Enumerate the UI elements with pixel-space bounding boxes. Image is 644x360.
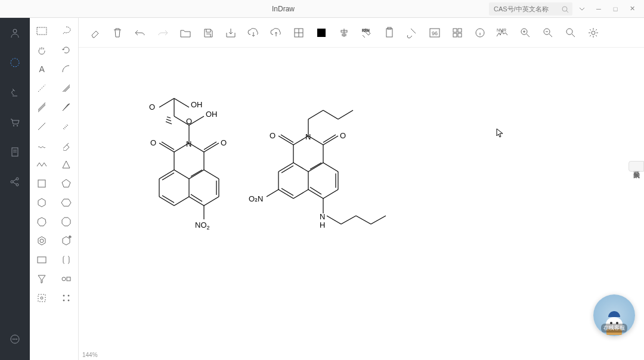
bond-wedge-tool[interactable] <box>54 98 79 117</box>
svg-text:O: O <box>270 131 275 140</box>
svg-line-141 <box>323 163 338 172</box>
rail-share-icon[interactable] <box>6 173 24 191</box>
marquee-tool[interactable] <box>30 21 54 41</box>
rail-cart-icon[interactable] <box>6 113 24 131</box>
svg-point-35 <box>62 277 66 281</box>
nmr-button[interactable]: NMR <box>494 24 512 42</box>
bond-hatch-tool[interactable] <box>54 79 79 98</box>
charged-ring-tool[interactable]: + <box>54 231 79 250</box>
square-tool[interactable] <box>30 174 54 193</box>
info-button[interactable] <box>471 24 489 42</box>
svg-line-85 <box>204 143 219 152</box>
benzene-tool[interactable] <box>30 231 54 250</box>
zoom-out-button[interactable] <box>539 24 557 42</box>
purchase-tab[interactable]: 我要采购 <box>628 161 644 172</box>
rail-document-icon[interactable] <box>6 143 24 161</box>
svg-point-42 <box>68 300 69 301</box>
svg-point-0 <box>562 7 567 11</box>
number-button[interactable]: 96 <box>426 24 444 42</box>
svg-point-3 <box>11 58 19 67</box>
arc-tool[interactable] <box>54 60 79 79</box>
cycloheptane-tool[interactable] <box>30 212 54 231</box>
grid2-button[interactable] <box>448 24 466 42</box>
svg-line-67 <box>549 34 552 37</box>
svg-line-117 <box>338 110 353 119</box>
undo-button[interactable] <box>131 24 149 42</box>
clip-button[interactable] <box>403 24 421 42</box>
color-button[interactable] <box>312 24 330 42</box>
svg-point-5 <box>17 125 18 126</box>
svg-line-73 <box>174 98 189 107</box>
zoom-fit-button[interactable] <box>516 24 534 42</box>
eraser-button[interactable] <box>86 24 104 42</box>
hexagon-tool[interactable] <box>30 193 54 212</box>
app-title: InDraw <box>78 5 489 13</box>
svg-line-142 <box>267 190 278 197</box>
molecule-1[interactable]: O OH OH O O O N NO2 <box>126 83 234 250</box>
bond-dash-tool[interactable] <box>30 79 54 98</box>
eraser-tool[interactable] <box>54 136 79 155</box>
bond-hash-tool[interactable] <box>54 117 79 136</box>
svg-line-100 <box>191 194 202 201</box>
rail-microscope-icon[interactable] <box>6 83 24 101</box>
template-tool[interactable] <box>54 269 79 288</box>
pentagon-tool[interactable] <box>54 174 79 193</box>
rail-user-icon[interactable] <box>6 24 24 42</box>
lasso-tool[interactable] <box>54 21 79 41</box>
chain-tool[interactable] <box>30 155 54 174</box>
text-tool[interactable]: A <box>30 60 54 79</box>
svg-rect-34 <box>38 257 46 263</box>
svg-line-13 <box>13 182 16 184</box>
rail-chat-icon[interactable] <box>6 330 24 348</box>
svg-point-2 <box>13 29 17 33</box>
dropdown-icon[interactable] <box>575 2 589 16</box>
canvas[interactable]: O OH OH O O O N NO2 <box>79 48 644 349</box>
svg-line-28 <box>64 127 66 128</box>
export-button[interactable] <box>222 24 240 42</box>
cloud-up-button[interactable] <box>267 24 285 42</box>
svg-text:OH: OH <box>191 100 203 109</box>
search-icon[interactable] <box>562 5 569 15</box>
trash-button[interactable] <box>109 24 126 42</box>
clean-button[interactable]: RXN <box>358 24 376 42</box>
bracket-tool[interactable] <box>54 250 79 269</box>
assistant-widget[interactable]: 在线客服 <box>593 294 635 336</box>
svg-text:O: O <box>150 138 156 147</box>
search-input[interactable] <box>489 2 572 15</box>
hand-tool[interactable] <box>30 41 54 60</box>
svg-point-16 <box>14 339 16 340</box>
grid-button[interactable] <box>290 24 308 42</box>
triangle-tool[interactable] <box>54 155 79 174</box>
molecule-2[interactable]: O O N O₂N N H <box>246 89 395 238</box>
maximize-button[interactable]: □ <box>608 2 623 16</box>
svg-line-137 <box>310 187 321 194</box>
svg-line-94 <box>174 197 189 206</box>
svg-line-78 <box>167 117 171 118</box>
rail-selection-icon[interactable] <box>6 54 24 72</box>
hexagon2-tool[interactable] <box>54 193 79 212</box>
zoom-in-button[interactable] <box>562 24 580 42</box>
svg-line-130 <box>281 188 293 195</box>
minimize-button[interactable]: ─ <box>592 2 606 16</box>
bond-wavy-tool[interactable] <box>30 136 54 155</box>
redo-button[interactable] <box>154 24 172 42</box>
paste-button[interactable] <box>380 24 398 42</box>
bond-multi-tool[interactable] <box>30 98 54 117</box>
svg-text:N: N <box>305 132 311 141</box>
svg-line-19 <box>38 85 45 92</box>
dots-tool[interactable] <box>54 288 79 308</box>
rotate-tool[interactable] <box>54 41 79 60</box>
rect-tool[interactable] <box>30 250 54 269</box>
cloud-down-button[interactable] <box>244 24 262 42</box>
bond-single-tool[interactable] <box>30 117 54 136</box>
svg-line-96 <box>174 170 189 179</box>
close-button[interactable]: ✕ <box>625 2 639 16</box>
open-button[interactable] <box>177 24 194 42</box>
align-button[interactable] <box>335 24 353 42</box>
cyclooctane-tool[interactable] <box>54 212 79 231</box>
settings-button[interactable] <box>584 24 602 42</box>
funnel-tool[interactable] <box>30 269 54 288</box>
group-tool[interactable] <box>30 288 54 308</box>
svg-line-24 <box>38 104 45 111</box>
save-button[interactable] <box>199 24 217 42</box>
